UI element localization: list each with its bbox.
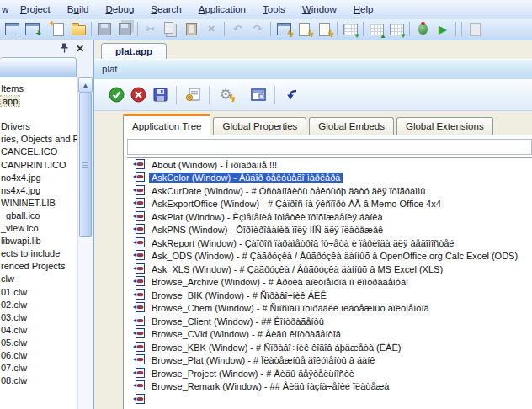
app-toolbar: ⚙ϟ	[94, 79, 532, 111]
generate-window-icon[interactable]: ϟ	[274, 20, 294, 38]
menu-item-project[interactable]: Project	[12, 2, 59, 17]
procedure-row[interactable]: Browse_Client (Window) - ## Êîíòðàãåíòû	[127, 315, 532, 328]
tree-item-label: ects to include	[1, 248, 60, 258]
tree-item-08-clw[interactable]: 08.clw	[0, 374, 78, 387]
menu-item-application[interactable]: Application	[190, 2, 254, 17]
save-app-button[interactable]	[149, 84, 171, 106]
menu-item-window[interactable]: Window	[294, 2, 345, 17]
procedure-label: AskColor (Window) - Âûáîð òåêóùåãî ìàðêå…	[149, 173, 343, 183]
tree-item-06-clw[interactable]: 06.clw	[0, 349, 78, 362]
procedure-row[interactable]: Ask_ODS (Window) - # Çàãðóçêà / Âûãðóçêà…	[127, 250, 532, 263]
procedure-row[interactable]: Browse_Remark (Window) - ## Âèäû íàçíà÷å…	[127, 380, 532, 394]
tree-item-items[interactable]: Items	[0, 82, 78, 95]
procedure-row[interactable]: Browse_KBK (Window) - # Ñïðàâî÷íèê êîäîâ…	[127, 341, 532, 354]
cancel-button[interactable]	[127, 84, 149, 106]
accept-button[interactable]	[105, 84, 127, 106]
tree-item--gball-ico[interactable]: _gball.ico	[0, 210, 78, 222]
document-tab-label: plat.app	[115, 46, 152, 56]
procedure-row[interactable]: AskPNS (Window) - Ôîðìèðîâàíèå ïîëÿ ÏÍÑ …	[127, 224, 532, 237]
procedure-row[interactable]: Ask_XLS (Window) - # Çàãðóçêà / Âûãðóçêà…	[127, 263, 532, 276]
close-icon[interactable]: ✕	[76, 43, 84, 55]
procedure-row[interactable]: Browse_Plat (Window) - # Ïëàòåæíûå äîêóì…	[127, 354, 532, 368]
procedure-row[interactable]: Browse_Project (Window) - # Âèäû äåÿòåëü…	[127, 367, 532, 380]
document-title: plat	[102, 64, 118, 74]
window-button[interactable]	[247, 84, 269, 106]
tree-item-clw[interactable]: clw	[0, 273, 78, 285]
procedure-window-icon	[133, 316, 149, 327]
collapsed-group-bar[interactable]	[0, 57, 77, 77]
generate-clear-icon[interactable]: ϟ	[294, 20, 314, 38]
tree-item-no4x4-jpg[interactable]: no4x4.jpg	[0, 172, 78, 184]
grid-import-icon[interactable]: ▲	[366, 20, 386, 38]
toolbar-separator	[91, 22, 92, 36]
module-button[interactable]	[182, 84, 204, 106]
procedure-row[interactable]: Browse_BIK (Window) - # Ñïðàâî÷íèê ÁÈÊ	[127, 289, 532, 302]
menu-item-build[interactable]: Build	[59, 2, 98, 17]
toolbar-separator	[176, 86, 177, 104]
procedure-window-icon	[133, 263, 149, 275]
delete-icon: ✕	[201, 20, 221, 38]
procedure-row[interactable]: AskReport (Window) - Çàïðîñ ïàðàìåòðîâ î…	[127, 236, 532, 250]
tree-item-05-clw[interactable]: 05.clw	[0, 337, 78, 349]
tab-global-embeds[interactable]: Global Embeds	[309, 117, 394, 135]
tree-item-wininet-lib[interactable]: WININET.LIB	[0, 197, 78, 210]
tab-global-extensions[interactable]: Global Extensions	[396, 117, 493, 135]
procedure-row[interactable]: Browse_Archive (Window) - # Àðõèâ äîêóìå…	[127, 276, 532, 289]
tree-item-drivers[interactable]: Drivers	[0, 120, 78, 133]
tree-item-app[interactable]: app	[0, 95, 78, 108]
document-area: plat.app plat ⚙ϟ Application TreeGlobal …	[94, 40, 532, 409]
tree-item-07-clw[interactable]: 07.clw	[0, 362, 78, 374]
procedure-row[interactable]: Browse_Chem (Window) - # Ñïîñîáû îòïðàâê…	[127, 302, 532, 316]
open-folder-icon[interactable]	[68, 20, 88, 38]
procedure-window-icon	[133, 342, 149, 353]
menu-item-partial[interactable]: w	[0, 2, 12, 17]
tree-item--view-ico[interactable]: _view.ico	[0, 222, 78, 235]
new-file-icon[interactable]: ✦	[48, 20, 68, 38]
menu-item-search[interactable]: Search	[142, 2, 189, 17]
tab-global-properties[interactable]: Global Properties	[213, 117, 306, 135]
menu-item-tools[interactable]: Tools	[254, 2, 294, 17]
sidebar-scrollbar[interactable]: ▲	[77, 77, 93, 409]
tab-application-tree[interactable]: Application Tree	[123, 114, 210, 135]
app-window-add-icon[interactable]: +	[22, 20, 42, 38]
pin-icon[interactable]	[61, 43, 68, 55]
procedure-row[interactable]: AskCurDate (Window) - # Óñòàíîâèòü òåêóù…	[127, 184, 532, 198]
dictionary-icon[interactable]: ▼	[340, 20, 360, 38]
filter-box[interactable]	[127, 139, 532, 155]
scroll-up-icon[interactable]: ▲	[78, 77, 93, 93]
return-button[interactable]	[280, 84, 302, 106]
tree-item-ects-to-include[interactable]: ects to include	[0, 247, 78, 260]
generate-source-icon[interactable]: ϟ	[314, 20, 334, 38]
menu-item-help[interactable]: Help	[345, 2, 382, 17]
tree-item-libwapi-lib[interactable]: libwapi.lib	[0, 235, 78, 247]
tree-item-label: _gball.ico	[1, 210, 40, 220]
procedure-row[interactable]: About (Window) - Î ïðîãðàììå !!!	[127, 158, 532, 172]
tree-item-04-clw[interactable]: 04.clw	[0, 324, 78, 337]
generate-button[interactable]: ⚙ϟ	[215, 84, 237, 106]
grid-export-icon[interactable]: ▼	[386, 20, 407, 38]
redo-icon: ↷	[247, 20, 268, 38]
tree-item-01-clw[interactable]: 01.clw	[0, 286, 78, 299]
run-icon[interactable]: ▶	[433, 20, 453, 38]
procedure-row[interactable]: AskExportOffice (Window) - # Çàïðîñ íà ý…	[127, 198, 532, 211]
project-tree-panel: ✕ ItemsappDriversries, Objects and RCANC…	[0, 40, 94, 409]
menu-item-debug[interactable]: Debug	[97, 2, 142, 17]
debug-icon[interactable]	[412, 20, 433, 38]
procedure-row[interactable]: AskColor (Window) - Âûáîð òåêóùåãî ìàðêå…	[127, 172, 532, 185]
tree-item-ns4x4-jpg[interactable]: ns4x4.jpg	[0, 184, 78, 197]
tree-item-03-clw[interactable]: 03.clw	[0, 311, 78, 324]
ide-window: wProjectBuildDebugSearchApplicationTools…	[0, 0, 532, 409]
tree-item-cancel-ico[interactable]: CANCEL.ICO	[0, 146, 78, 158]
tree-item-label: 01.clw	[1, 287, 27, 297]
procedure-row[interactable]: Browse_CVid (Window) - # Âèäû êîíòðàãåíò…	[127, 328, 532, 342]
tree-item-02-clw[interactable]: 02.clw	[0, 299, 78, 311]
tree-item-ries-objects-and-r[interactable]: ries, Objects and R	[0, 133, 78, 146]
tree-item-renced-projects[interactable]: renced Projects	[0, 260, 78, 273]
document-tab[interactable]: plat.app	[101, 43, 167, 59]
app-window-icon[interactable]	[2, 20, 22, 38]
procedure-label: Browse_Archive (Window) - # Àðõèâ äîêóìå…	[149, 277, 411, 287]
tree-item-canprint-ico[interactable]: CANPRINT.ICO	[0, 159, 78, 172]
scrollbar-thumb[interactable]	[79, 93, 92, 237]
procedure-row[interactable]: AskPlat (Window) - Èçìåíåíèå îòìåòêè ïðî…	[127, 210, 532, 224]
procedure-row-partial[interactable]	[127, 393, 532, 406]
